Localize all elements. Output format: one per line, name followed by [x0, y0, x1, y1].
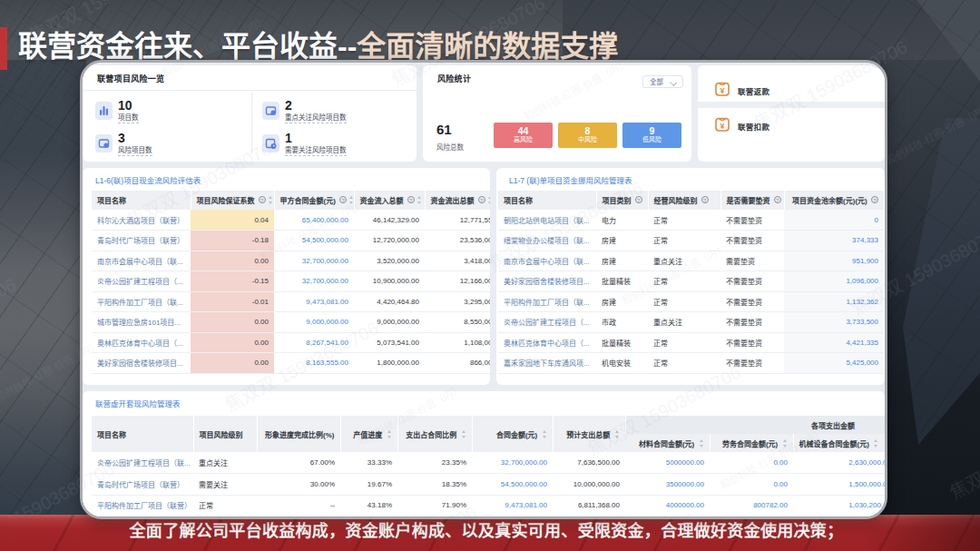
svg-text:¥: ¥ [720, 122, 724, 131]
svg-text:¥: ¥ [720, 86, 724, 95]
